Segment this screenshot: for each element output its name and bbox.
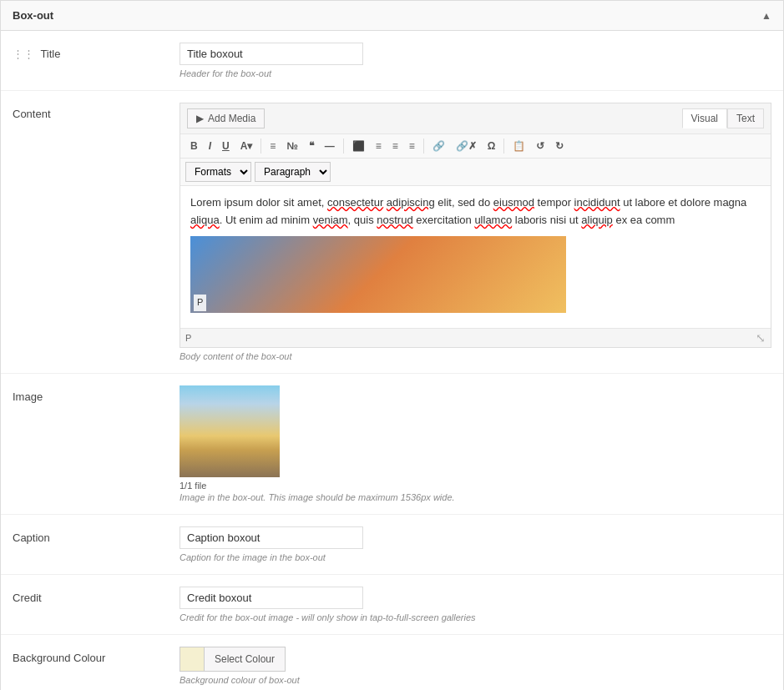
editor-resize-handle[interactable]: ⤡ [756,331,766,345]
special-char-button[interactable]: Ω [483,138,501,154]
background-colour-field-row: Background Colour Select Colour Backgrou… [1,635,783,690]
content-field-content: ▶ Add Media Visual Text B I U A▾ ≡ [180,103,771,361]
title-hint: Header for the box-out [180,68,771,78]
editor-topbar: ▶ Add Media Visual Text [180,103,771,134]
caption-input[interactable] [180,526,363,549]
content-field-row: Content ▶ Add Media Visual Text B [1,91,783,374]
align-right-button[interactable]: ≡ [387,138,403,154]
undo-button[interactable]: ↺ [531,138,549,154]
formats-select[interactable]: Formats [185,162,251,182]
editor-wrap: ▶ Add Media Visual Text B I U A▾ ≡ [180,103,771,348]
background-colour-swatch[interactable] [180,647,205,672]
toolbar-separator-3 [423,139,424,154]
editor-image-label: P [194,295,206,311]
image-field-row: Image 1/1 file Image in the box-out. Thi… [1,374,783,515]
editor-paragraph: Lorem ipsum dolor sit amet, consectetur … [190,194,761,229]
credit-hint: Credit for the box-out image - will only… [180,612,771,622]
unordered-list-button[interactable]: ≡ [265,138,281,154]
align-center-button[interactable]: ≡ [371,138,387,154]
panel-header: Box-out ▲ [1,1,783,31]
background-colour-hint: Background colour of box-out [180,675,771,685]
image-hint: Image in the box-out. This image should … [180,492,771,502]
image-file-count: 1/1 file [180,481,771,491]
tab-visual[interactable]: Visual [682,108,727,128]
image-label: Image [13,385,180,403]
drag-handle-icon: ⋮⋮ [13,48,34,60]
blockquote-button[interactable]: ❝ [304,138,319,154]
credit-label: Credit [13,587,180,604]
title-field-row: ⋮⋮ Title Header for the box-out [1,31,783,91]
background-colour-selector: Select Colour [180,647,771,672]
box-out-panel: Box-out ▲ ⋮⋮ Title Header for the box-ou… [0,0,784,690]
align-justify-button[interactable]: ≡ [404,138,420,154]
horizontal-rule-button[interactable]: — [320,138,340,154]
align-left-button[interactable]: ⬛ [347,138,370,154]
caption-label: Caption [13,526,180,544]
toolbar-separator-1 [260,139,261,154]
title-label: ⋮⋮ Title [13,43,180,60]
add-media-icon: ▶ [196,113,204,124]
bold-button[interactable]: B [185,138,203,154]
caption-field-row: Caption Caption for the image in the box… [1,515,783,575]
image-thumbnail[interactable] [180,385,280,477]
editor-image-placeholder: P [190,236,566,313]
editor-footer: P ⤡ [180,328,771,347]
paragraph-select[interactable]: Paragraph [255,162,331,182]
panel-title: Box-out [13,9,53,22]
content-label: Content [13,103,180,120]
underline-button[interactable]: U [217,138,235,154]
view-tabs: Visual Text [682,108,764,128]
credit-field-row: Credit Credit for the box-out image - wi… [1,575,783,635]
italic-button[interactable]: I [204,138,216,154]
content-hint: Body content of the box-out [180,351,771,361]
image-field-content: 1/1 file Image in the box-out. This imag… [180,385,771,502]
toolbar-separator-2 [343,139,344,154]
editor-body[interactable]: Lorem ipsum dolor sit amet, consectetur … [180,186,771,328]
editor-image: P [190,236,761,313]
credit-field-content: Credit for the box-out image - will only… [180,587,771,622]
ordered-list-button[interactable]: № [281,138,302,154]
text-color-button[interactable]: A▾ [235,138,258,154]
background-colour-select-button[interactable]: Select Colour [205,647,286,672]
toolbar-row-2: Formats Paragraph [180,159,771,186]
paste-button[interactable]: 📋 [508,138,530,154]
background-colour-field-content: Select Colour Background colour of box-o… [180,647,771,685]
title-field-content: Header for the box-out [180,43,771,78]
panel-toggle-icon[interactable]: ▲ [761,10,771,22]
title-input[interactable] [180,43,363,65]
caption-field-content: Caption for the image in the box-out [180,526,771,562]
link-button[interactable]: 🔗 [427,138,450,154]
toolbar-row-1: B I U A▾ ≡ № ❝ — ⬛ ≡ ≡ ≡ 🔗 🔗✗ [180,134,771,159]
toolbar-separator-4 [503,139,504,154]
add-media-button[interactable]: ▶ Add Media [187,108,265,128]
editor-status: P [185,333,191,343]
tab-text[interactable]: Text [727,108,764,128]
unlink-button[interactable]: 🔗✗ [451,138,482,154]
redo-button[interactable]: ↻ [550,138,569,154]
credit-input[interactable] [180,587,363,609]
background-colour-label: Background Colour [13,647,180,664]
caption-hint: Caption for the image in the box-out [180,552,771,562]
